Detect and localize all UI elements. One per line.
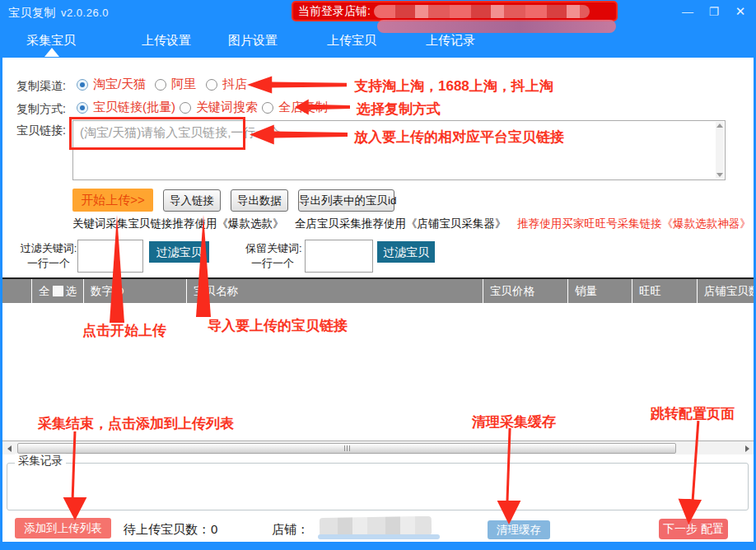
horizontal-scrollbar[interactable] (2, 440, 754, 454)
start-upload-button[interactable]: 开始上传>> (72, 189, 153, 212)
export-data-button[interactable]: 导出数据 (231, 189, 288, 212)
select-all-suffix: 选 (66, 279, 77, 303)
maximize-button[interactable]: ❐ (707, 3, 721, 20)
tips-line: 关键词采集宝贝链接推荐使用《爆款选款》 全店宝贝采集推荐使用《店铺宝贝采集器》 … (72, 217, 752, 231)
filter-keep-input[interactable] (305, 240, 373, 273)
shop-label: 店铺： (272, 522, 309, 538)
filter-exclude-button[interactable]: 过滤宝贝 (149, 241, 209, 263)
radio-icon (77, 102, 88, 114)
close-button[interactable]: ✕ (733, 3, 748, 20)
annotation-start-tip: 点击开始上传 (82, 321, 166, 340)
active-tab-caret-icon (44, 48, 59, 57)
radio-taobao-tmall[interactable]: 淘宝/天猫 (77, 77, 146, 92)
radio-icon (77, 79, 88, 91)
radio-ali[interactable]: 阿里 (155, 77, 196, 92)
next-step-config-button[interactable]: 下一步 配置 (659, 519, 728, 539)
table-header-select-all[interactable]: 全 选 (32, 279, 84, 303)
window-controls: — ❐ ✕ (680, 3, 748, 20)
login-shop-banner: 当前登录店铺: (292, 1, 618, 21)
radio-label: 抖店 (222, 77, 247, 92)
login-shop-label: 当前登录店铺: (298, 4, 371, 19)
shop-redaction-underline (318, 534, 440, 539)
radio-icon (262, 102, 273, 114)
app-title-text: 宝贝复制 (8, 6, 56, 19)
collect-log-groupbox (7, 463, 749, 510)
scroll-left-icon (7, 445, 12, 452)
scroll-up-icon (716, 124, 723, 128)
radio-keyword-search[interactable]: 关键词搜索 (180, 100, 258, 115)
scroll-right-button[interactable] (741, 443, 753, 454)
scroll-down-icon (716, 173, 723, 177)
banner-redaction-smear (377, 20, 616, 33)
radio-icon (206, 79, 217, 91)
textarea-scrollbar[interactable] (716, 122, 724, 179)
radio-link-batch[interactable]: 宝贝链接(批量) (77, 100, 175, 115)
tab-upload-settings[interactable]: 上传设置 (133, 33, 199, 49)
app-version: v2.0.26.0 (61, 7, 109, 19)
tab-image-settings[interactable]: 图片设置 (220, 33, 286, 49)
table-header-shop-count: 店铺宝贝数 (698, 279, 754, 303)
filter-exclude-input[interactable] (77, 240, 143, 273)
link-label: 宝贝链接: (16, 124, 66, 138)
annotation-import-tip: 导入要上传的宝贝链接 (208, 316, 348, 335)
export-ids-button[interactable]: 导出列表中的宝贝id (298, 189, 394, 212)
select-all-prefix: 全 (39, 279, 50, 303)
radio-label: 关键词搜索 (196, 100, 258, 115)
filter-exclude-label-line2: 一行一个 (18, 256, 79, 271)
annotation-config-tip: 跳转配置页面 (651, 404, 735, 423)
clear-cache-button[interactable]: 清理缓存 (488, 520, 550, 539)
radio-douyin[interactable]: 抖店 (206, 77, 247, 92)
filter-keep-label: 保留关键词: 一行一个 (245, 241, 300, 271)
annotation-highlight-box (69, 117, 245, 150)
filter-keep-label-line2: 一行一个 (245, 256, 300, 271)
import-links-button[interactable]: 导入链接 (163, 189, 221, 212)
table-header-item-name: 宝贝名称 (187, 279, 483, 303)
filter-keep-button[interactable]: 过滤宝贝 (377, 241, 435, 263)
scrollbar-grip-icon (347, 445, 348, 451)
annotation-mode-tip: 选择复制方式 (357, 100, 441, 119)
scroll-right-icon (745, 445, 749, 452)
add-to-upload-list-button[interactable]: 添加到上传列表 (15, 518, 111, 538)
annotation-add-tip: 采集结束，点击添加到上传列表 (38, 414, 234, 433)
tips-black-text: 关键词采集宝贝链接推荐使用《爆款选款》 全店宝贝采集推荐使用《店铺宝贝采集器》 (72, 217, 506, 230)
channel-label: 复制渠道: (16, 79, 66, 94)
annotation-link-tip: 放入要上传的相对应平台宝贝链接 (354, 128, 564, 147)
select-all-checkbox[interactable] (53, 286, 63, 296)
filter-keep-label-line1: 保留关键词: (245, 241, 300, 256)
minimize-button[interactable]: — (680, 3, 695, 20)
scroll-left-button[interactable] (3, 443, 15, 454)
pending-count-value: 0 (211, 522, 217, 536)
tab-upload-items[interactable]: 上传宝贝 (319, 33, 385, 49)
scrollbar-thumb[interactable] (17, 443, 676, 454)
app-title: 宝贝复制v2.0.26.0 (8, 6, 109, 21)
radio-icon (155, 79, 166, 91)
tips-red-text: 推荐使用买家旺旺号采集链接《爆款选款神器》 (517, 217, 751, 230)
annotation-channel-tip: 支持淘上淘，1688上淘，抖上淘 (354, 77, 553, 96)
tab-collect-items[interactable]: 采集宝贝 (18, 33, 84, 49)
radio-label: 宝贝链接(批量) (93, 100, 175, 115)
radio-label: 淘宝/天猫 (93, 77, 146, 92)
window-border (0, 0, 2, 550)
filter-exclude-label: 过滤关键词: 一行一个 (18, 241, 79, 271)
filter-exclude-label-line1: 过滤关键词: (18, 241, 79, 256)
window-border (0, 542, 756, 550)
shop-name-redaction (374, 5, 590, 18)
pending-count-label: 待上传宝贝数： (124, 522, 210, 538)
annotation-cache-tip: 清理采集缓存 (472, 412, 556, 431)
table-header-empty (2, 279, 32, 303)
table-header-sales: 销量 (568, 279, 632, 303)
table-header-wangwang: 旺旺 (632, 279, 698, 303)
radio-label: 阿里 (171, 77, 196, 92)
table-header-item-price: 宝贝价格 (483, 279, 568, 303)
tab-upload-records[interactable]: 上传记录 (418, 33, 483, 49)
table-header-digit-id: 数字ID (84, 279, 187, 303)
mode-label: 复制方式: (16, 102, 66, 117)
collect-log-label: 采集记录 (15, 454, 66, 468)
radio-icon (180, 102, 191, 114)
app-window: 宝贝复制v2.0.26.0 — ❐ ✕ 当前登录店铺: 采集宝贝 上传设置 图片… (0, 0, 756, 550)
